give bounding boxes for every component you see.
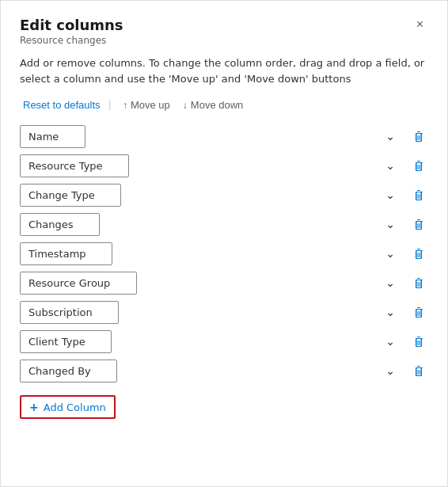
toolbar-divider: | — [108, 99, 112, 111]
select-wrapper: Change Type — [20, 184, 403, 207]
select-wrapper: Changed By — [20, 360, 403, 382]
dialog-subtitle: Resource changes — [20, 35, 428, 46]
table-row: Subscription — [20, 301, 428, 324]
trash-icon — [412, 131, 425, 143]
table-row: Timestamp — [20, 242, 428, 265]
column-select[interactable]: Name — [20, 125, 85, 148]
table-row: Changed By — [20, 360, 428, 382]
delete-column-button[interactable] — [409, 274, 428, 293]
delete-column-button[interactable] — [409, 362, 428, 381]
trash-icon — [412, 189, 425, 202]
column-select[interactable]: Changed By — [20, 360, 117, 382]
select-wrapper: Name — [20, 125, 403, 148]
add-column-label: Add Column — [44, 401, 106, 413]
move-up-button[interactable]: ↑ Move up — [120, 97, 173, 112]
column-select[interactable]: Change Type — [20, 184, 121, 207]
table-row: Resource Type — [20, 154, 428, 177]
column-select[interactable]: Subscription — [20, 301, 119, 324]
table-row: Client Type — [20, 330, 428, 353]
trash-icon — [412, 160, 425, 173]
delete-column-button[interactable] — [409, 186, 428, 205]
select-wrapper: Timestamp — [20, 242, 403, 265]
select-wrapper: Client Type — [20, 330, 403, 353]
column-select[interactable]: Resource Group — [20, 272, 137, 295]
delete-column-button[interactable] — [409, 245, 428, 264]
reset-defaults-button[interactable]: Reset to defaults — [23, 99, 101, 111]
table-row: Changes — [20, 213, 428, 236]
move-down-button[interactable]: ↓ Move down — [180, 97, 246, 112]
column-select[interactable]: Resource Type — [20, 154, 129, 177]
dialog-description: Add or remove columns. To change the col… — [20, 55, 428, 86]
move-down-label: Move down — [191, 99, 243, 111]
add-column-button[interactable]: + Add Column — [20, 395, 116, 419]
select-wrapper: Changes — [20, 213, 403, 236]
move-up-label: Move up — [131, 99, 170, 111]
trash-icon — [412, 336, 425, 348]
column-select[interactable]: Changes — [20, 213, 100, 236]
delete-column-button[interactable] — [409, 303, 428, 322]
trash-icon — [412, 277, 425, 290]
table-row: Change Type — [20, 184, 428, 207]
columns-list: Name Resource Type Change Type Changes T… — [20, 125, 428, 382]
plus-icon: + — [29, 401, 39, 413]
toolbar: Reset to defaults | ↑ Move up ↓ Move dow… — [20, 97, 428, 112]
table-row: Resource Group — [20, 272, 428, 295]
column-select[interactable]: Client Type — [20, 330, 112, 353]
delete-column-button[interactable] — [409, 127, 428, 146]
column-select[interactable]: Timestamp — [20, 242, 112, 265]
delete-column-button[interactable] — [409, 215, 428, 234]
dialog-title: Edit columns — [20, 17, 123, 33]
trash-icon — [412, 306, 425, 319]
trash-icon — [412, 219, 425, 231]
move-up-icon: ↑ — [123, 100, 127, 111]
delete-column-button[interactable] — [409, 333, 428, 352]
close-button[interactable]: × — [412, 17, 428, 32]
move-down-icon: ↓ — [183, 100, 188, 111]
dialog-header: Edit columns × — [20, 17, 428, 33]
select-wrapper: Resource Group — [20, 272, 403, 295]
edit-columns-dialog: Edit columns × Resource changes Add or r… — [0, 0, 448, 487]
trash-icon — [412, 248, 425, 261]
select-wrapper: Subscription — [20, 301, 403, 324]
table-row: Name — [20, 125, 428, 148]
trash-icon — [412, 365, 425, 378]
delete-column-button[interactable] — [409, 157, 428, 176]
select-wrapper: Resource Type — [20, 154, 403, 177]
